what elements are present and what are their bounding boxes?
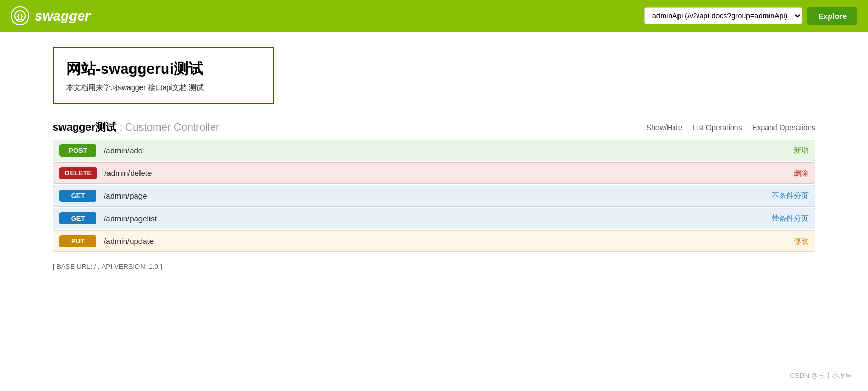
footer: CSDN @三十小库里 <box>790 371 852 380</box>
api-description: 不条件分页 <box>772 191 809 201</box>
method-badge: GET <box>59 190 96 202</box>
api-path: /admin/pagelist <box>104 214 766 223</box>
show-hide-link[interactable]: Show/Hide <box>646 123 682 132</box>
api-path: /admin/delete <box>104 169 789 178</box>
controller-title: swagger测试 : Customer Controller <box>53 120 220 134</box>
divider-1: | <box>686 123 689 132</box>
method-badge: DELETE <box>59 167 97 179</box>
header: {} swagger adminApi (/v2/api-docs?group=… <box>0 0 868 32</box>
header-right: adminApi (/v2/api-docs?group=adminApi) E… <box>644 7 857 25</box>
list-operations-link[interactable]: List Operations <box>692 123 742 132</box>
controller-actions: Show/Hide | List Operations | Expand Ope… <box>646 123 815 132</box>
info-box: 网站-swaggerui测试 本文档用来学习swagger 接口api文档 测试 <box>53 47 274 104</box>
main-content: 网站-swaggerui测试 本文档用来学习swagger 接口api文档 测试… <box>0 32 868 286</box>
api-description: 带条件分页 <box>772 214 809 223</box>
header-left: {} swagger <box>11 6 91 25</box>
api-row[interactable]: POST/admin/add新增 <box>53 140 815 161</box>
controller-header: swagger测试 : Customer Controller Show/Hid… <box>53 120 815 134</box>
method-badge: GET <box>59 212 96 224</box>
method-badge: PUT <box>59 235 96 247</box>
api-row[interactable]: GET/admin/page不条件分页 <box>53 185 815 207</box>
app-title: swagger <box>35 8 91 24</box>
base-url: [ BASE URL: / , API VERSION: 1.0 ] <box>53 262 815 270</box>
api-description: 新增 <box>794 146 809 155</box>
swagger-logo-icon: {} <box>11 6 29 25</box>
info-description: 本文档用来学习swagger 接口api文档 测试 <box>66 83 260 93</box>
api-path: /admin/update <box>104 237 789 246</box>
info-title: 网站-swaggerui测试 <box>66 59 260 79</box>
expand-operations-link[interactable]: Expand Operations <box>752 123 815 132</box>
method-badge: POST <box>59 144 96 157</box>
api-path: /admin/add <box>104 146 789 155</box>
api-selector[interactable]: adminApi (/v2/api-docs?group=adminApi) <box>644 7 802 24</box>
api-path: /admin/page <box>104 191 766 200</box>
explore-button[interactable]: Explore <box>807 7 857 25</box>
api-description: 删除 <box>794 169 809 178</box>
controller-section: swagger测试 : Customer Controller Show/Hid… <box>53 120 815 252</box>
divider-2: | <box>746 123 749 132</box>
api-row[interactable]: GET/admin/pagelist带条件分页 <box>53 208 815 229</box>
api-description: 修改 <box>794 237 809 246</box>
api-row[interactable]: PUT/admin/update修改 <box>53 230 815 252</box>
api-rows-container: POST/admin/add新增DELETE/admin/delete删除GET… <box>53 140 815 252</box>
svg-text:{}: {} <box>17 12 23 20</box>
api-row[interactable]: DELETE/admin/delete删除 <box>53 162 815 184</box>
controller-name-bold: swagger测试 <box>53 121 116 133</box>
controller-name-gray: : Customer Controller <box>119 121 220 133</box>
